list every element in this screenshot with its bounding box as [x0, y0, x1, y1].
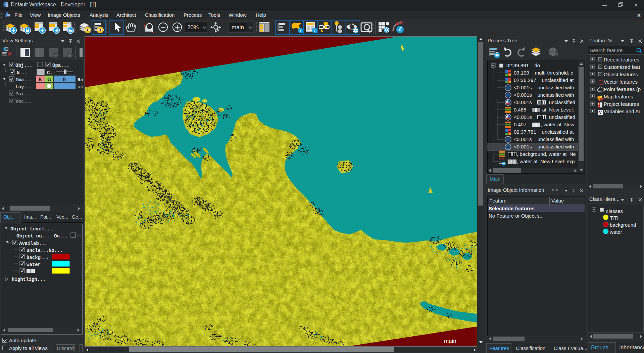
svg-text:Opa...: Opa...	[52, 63, 69, 68]
svg-text:B: B	[62, 77, 66, 82]
svg-text:Ima...: Ima...	[15, 77, 32, 83]
svg-text:R: R	[38, 77, 42, 82]
svg-text:Ra: Ra	[78, 77, 83, 83]
svg-text:Object Level...: Object Level...	[10, 226, 53, 232]
svg-text:N...: N...	[17, 70, 28, 76]
svg-text:water: water	[27, 262, 41, 267]
svg-text:Poi...: Poi...	[15, 91, 32, 97]
svg-text:backg...: backg...	[27, 255, 49, 260]
svg-text:Ou...: Ou...	[54, 233, 68, 239]
svg-text:Availab...: Availab...	[19, 241, 47, 246]
svg-text:uncla...: uncla...	[27, 248, 49, 253]
svg-text:G: G	[47, 77, 51, 82]
svg-text:main: main	[444, 338, 456, 344]
svg-text:V: V	[599, 110, 602, 115]
svg-text:No...: No...	[49, 248, 63, 253]
svg-text:Vec...: Vec...	[15, 99, 32, 104]
svg-text:C.: C.	[47, 70, 53, 76]
svg-text:Hightligh...: Hightligh...	[12, 277, 46, 282]
svg-text:Lay...: Lay...	[15, 84, 32, 90]
svg-text:main: main	[232, 24, 244, 31]
svg-text:Object ou...: Object ou...	[16, 233, 50, 239]
svg-text:20%: 20%	[187, 24, 199, 31]
svg-text:Obj...: Obj...	[15, 63, 32, 68]
svg-text:au: au	[78, 84, 83, 90]
